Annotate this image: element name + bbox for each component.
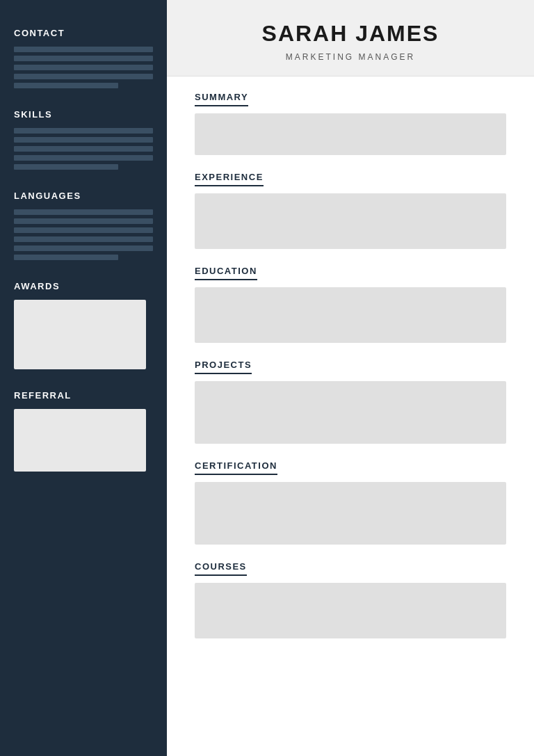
languages-line-4 bbox=[14, 236, 153, 242]
languages-line-1 bbox=[14, 209, 153, 215]
sidebar-awards-section: AWARDS bbox=[14, 281, 153, 369]
skills-lines bbox=[14, 128, 153, 170]
main-content: SARAH JAMES MARKETING MANAGER SUMMARY EX… bbox=[167, 0, 534, 756]
summary-section: SUMMARY bbox=[195, 90, 506, 155]
courses-heading: COURSES bbox=[195, 561, 247, 576]
contact-line-4 bbox=[14, 74, 153, 79]
certification-content bbox=[195, 482, 506, 545]
skills-line-3 bbox=[14, 146, 153, 152]
courses-content bbox=[195, 583, 506, 638]
skills-line-4 bbox=[14, 155, 153, 161]
contact-line-5 bbox=[14, 83, 118, 88]
sidebar-awards-title: AWARDS bbox=[14, 281, 153, 291]
candidate-name: SARAH JAMES bbox=[195, 21, 506, 47]
certification-heading: CERTIFICATION bbox=[195, 460, 277, 475]
contact-lines bbox=[14, 47, 153, 88]
experience-heading: EXPERIENCE bbox=[195, 172, 264, 186]
contact-line-3 bbox=[14, 65, 153, 70]
certification-section: CERTIFICATION bbox=[195, 459, 506, 545]
projects-content bbox=[195, 381, 506, 444]
projects-section: PROJECTS bbox=[195, 358, 506, 444]
resume-header: SARAH JAMES MARKETING MANAGER bbox=[167, 0, 534, 77]
candidate-job-title: MARKETING MANAGER bbox=[195, 52, 506, 62]
education-content bbox=[195, 287, 506, 343]
sidebar-contact-section: CONTACT bbox=[14, 28, 153, 88]
sidebar-skills-section: SKILLS bbox=[14, 109, 153, 170]
courses-section: COURSES bbox=[195, 560, 506, 638]
sidebar-referral-title: REFERRAL bbox=[14, 390, 153, 401]
skills-line-5 bbox=[14, 164, 118, 170]
education-section: EDUCATION bbox=[195, 264, 506, 343]
projects-heading: PROJECTS bbox=[195, 360, 252, 374]
education-heading: EDUCATION bbox=[195, 266, 257, 280]
sidebar-contact-title: CONTACT bbox=[14, 28, 153, 38]
languages-line-6 bbox=[14, 255, 118, 260]
sidebar-referral-section: REFERRAL bbox=[14, 390, 153, 472]
languages-line-2 bbox=[14, 218, 153, 224]
awards-box bbox=[14, 300, 146, 369]
referral-box bbox=[14, 409, 146, 472]
languages-line-3 bbox=[14, 227, 153, 233]
experience-content bbox=[195, 193, 506, 249]
sidebar-languages-title: LANGUAGES bbox=[14, 191, 153, 201]
sidebar-languages-section: LANGUAGES bbox=[14, 191, 153, 260]
sidebar-skills-title: SKILLS bbox=[14, 109, 153, 120]
content-area: SUMMARY EXPERIENCE EDUCATION PROJECTS CE… bbox=[167, 77, 534, 756]
sidebar: CONTACT SKILLS LANGUAGES bbox=[0, 0, 167, 756]
contact-line-2 bbox=[14, 56, 153, 61]
languages-lines bbox=[14, 209, 153, 260]
skills-line-1 bbox=[14, 128, 153, 134]
summary-content bbox=[195, 113, 506, 155]
summary-heading: SUMMARY bbox=[195, 92, 248, 106]
experience-section: EXPERIENCE bbox=[195, 170, 506, 249]
languages-line-5 bbox=[14, 246, 153, 251]
contact-line-1 bbox=[14, 47, 153, 52]
skills-line-2 bbox=[14, 137, 153, 143]
